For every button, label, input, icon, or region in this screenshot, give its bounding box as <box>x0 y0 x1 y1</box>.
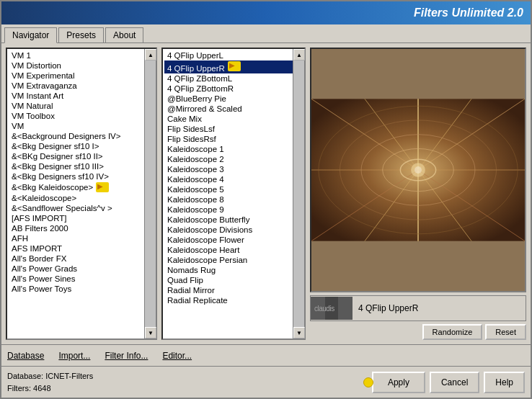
filter-info-link[interactable]: Filter Info... <box>105 351 148 361</box>
left-panel: VM 1VM DistortionVM ExperimentalVM Extra… <box>6 48 157 340</box>
help-button[interactable]: Help <box>484 372 525 393</box>
middle-list-item[interactable]: Cake Mix <box>164 114 303 124</box>
svg-rect-24 <box>338 297 353 320</box>
tab-about[interactable]: About <box>105 27 143 42</box>
middle-list-item[interactable]: Kaleidoscope Flower <box>164 235 303 245</box>
tab-navigator[interactable]: Navigator <box>4 27 57 43</box>
left-list-item[interactable]: VM Distortion <box>9 60 154 71</box>
middle-list-item[interactable]: Kaleidoscope 4 <box>164 174 303 184</box>
main-content: VM 1VM DistortionVM ExperimentalVM Extra… <box>1 43 531 344</box>
filters-status: Filters: 4648 <box>7 382 368 395</box>
middle-scroll-up[interactable]: ▲ <box>293 49 305 60</box>
left-list-item[interactable]: &<Bkg Kaleidoscope> <box>9 181 154 193</box>
left-list-item[interactable]: VM Instant Art <box>9 91 154 101</box>
middle-list-item[interactable]: 4 QFlip ZBottomL <box>164 73 303 84</box>
status-text: Database: ICNET-Filters Filters: 4648 <box>7 370 368 394</box>
middle-list-item[interactable]: @BlueBerry Pie <box>164 94 303 104</box>
action-bar: Database Import... Filter Info... Editor… <box>1 344 531 366</box>
middle-list-item[interactable]: Radial Replicate <box>164 295 303 305</box>
left-list-item[interactable]: &<Kaleidoscope> <box>9 193 154 203</box>
middle-scrollbar: ▲ ▼ <box>293 49 304 339</box>
svg-rect-23 <box>311 297 325 320</box>
title-bar-text: Filters Unlimited 2.0 <box>414 6 523 19</box>
left-list-item[interactable]: All's Power Grads <box>9 264 154 274</box>
middle-list-item[interactable]: Kaleidoscope 9 <box>164 205 303 215</box>
randomize-button[interactable]: Randomize <box>422 324 483 340</box>
middle-list-item[interactable]: Kaleidoscope Divisions <box>164 225 303 235</box>
left-list-item[interactable]: All's Border FX <box>9 254 154 264</box>
left-list-item[interactable]: &<Sandflower Specials^v > <box>9 203 154 213</box>
left-list-item[interactable]: VM Natural <box>9 101 154 111</box>
main-window: Filters Unlimited 2.0 Navigator Presets … <box>0 0 532 399</box>
filters-label: Filters: <box>7 384 31 393</box>
middle-scroll-down[interactable]: ▼ <box>293 327 305 339</box>
middle-panel: 4 QFlip UpperL4 QFlip UpperR4 QFlip ZBot… <box>161 48 306 340</box>
left-list-item[interactable]: &<BKg Designer sf10 II> <box>9 151 154 161</box>
left-list-item[interactable]: &<Background Designers IV> <box>9 131 154 141</box>
middle-list-item[interactable]: Kaleidoscope 8 <box>164 194 303 205</box>
middle-list-item[interactable]: Kaleidoscope Butterfly <box>164 215 303 225</box>
cancel-button[interactable]: Cancel <box>430 372 479 393</box>
svg-rect-20 <box>311 99 525 241</box>
middle-list-item[interactable]: Kaleidoscope 5 <box>164 184 303 194</box>
left-scroll-up[interactable]: ▲ <box>145 49 156 60</box>
left-scroll-track[interactable] <box>145 60 156 327</box>
right-panel: claudis 4 QFlip UpperR Randomize Reset <box>310 48 526 340</box>
left-list-item[interactable]: AFS IMPORT <box>9 243 154 254</box>
left-list-item[interactable]: All's Power Sines <box>9 274 154 284</box>
left-list: VM 1VM DistortionVM ExperimentalVM Extra… <box>7 49 156 339</box>
left-list-item[interactable]: All's Power Toys <box>9 284 154 294</box>
left-list-item[interactable]: &<Bkg Designer sf10 I> <box>9 141 154 151</box>
middle-list-item[interactable]: Nomads Rug <box>164 265 303 275</box>
middle-list-item[interactable]: Kaleidoscope 3 <box>164 164 303 174</box>
middle-list-item[interactable]: Kaleidoscope 1 <box>164 144 303 154</box>
middle-list-item[interactable]: Kaleidoscope Persian <box>164 255 303 265</box>
left-list-item[interactable]: VM Extravaganza <box>9 81 154 91</box>
reset-button[interactable]: Reset <box>485 324 526 340</box>
preview-area <box>310 48 526 292</box>
middle-list: 4 QFlip UpperL4 QFlip UpperR4 QFlip ZBot… <box>163 49 304 339</box>
preview-thumbnail: claudis <box>311 297 353 320</box>
middle-list-item[interactable]: 4 QFlip UpperL <box>164 50 303 60</box>
apply-button[interactable]: Apply <box>372 372 425 393</box>
preview-info: claudis 4 QFlip UpperR <box>310 295 526 321</box>
middle-list-item[interactable]: Quad Flip <box>164 275 303 285</box>
left-list-item[interactable]: VM Experimental <box>9 71 154 81</box>
database-link[interactable]: Database <box>7 351 44 361</box>
editor-link[interactable]: Editor... <box>162 351 192 361</box>
preview-label: 4 QFlip UpperR <box>353 300 526 316</box>
left-list-item[interactable]: VM <box>9 121 154 131</box>
bottom-buttons-row: Randomize Reset <box>310 324 526 340</box>
middle-list-item[interactable]: Kaleidoscope Heart <box>164 245 303 255</box>
left-list-item[interactable]: [AFS IMPORT] <box>9 213 154 223</box>
middle-list-item[interactable]: @Mirrored & Scaled <box>164 104 303 114</box>
left-scroll-down[interactable]: ▼ <box>145 327 156 339</box>
status-bar: Database: ICNET-Filters Filters: 4648 Ap… <box>1 366 531 398</box>
database-label: Database: <box>7 372 43 380</box>
arrow-icon <box>96 182 109 192</box>
left-list-item[interactable]: &<Bkg Designers sf10 IV> <box>9 171 154 181</box>
left-scrollbar: ▲ ▼ <box>144 49 156 339</box>
middle-scroll-track[interactable] <box>293 60 304 327</box>
tab-presets[interactable]: Presets <box>58 27 104 42</box>
left-list-item[interactable]: AB Filters 2000 <box>9 223 154 233</box>
middle-list-item[interactable]: 4 QFlip UpperR <box>164 60 303 73</box>
database-value: ICNET-Filters <box>45 372 93 380</box>
tab-bar: Navigator Presets About <box>1 24 531 43</box>
left-list-item[interactable]: VM Toolbox <box>9 111 154 121</box>
middle-list-item[interactable]: Flip SidesLsf <box>164 124 303 134</box>
left-list-item[interactable]: &<Bkg Designer sf10 III> <box>9 161 154 171</box>
middle-list-item[interactable]: Kaleidoscope 2 <box>164 154 303 164</box>
database-status: Database: ICNET-Filters <box>7 370 368 382</box>
filters-value: 4648 <box>33 384 50 393</box>
title-bar: Filters Unlimited 2.0 <box>1 1 531 24</box>
left-list-item[interactable]: VM 1 <box>9 50 154 60</box>
left-list-item[interactable]: AFH <box>9 233 154 243</box>
import-link[interactable]: Import... <box>58 351 90 361</box>
arrow-icon <box>228 61 241 71</box>
middle-list-item[interactable]: 4 QFlip ZBottomR <box>164 84 303 94</box>
preview-image <box>311 49 525 291</box>
middle-list-item[interactable]: Radial Mirror <box>164 285 303 295</box>
middle-list-item[interactable]: Flip SidesRsf <box>164 134 303 144</box>
